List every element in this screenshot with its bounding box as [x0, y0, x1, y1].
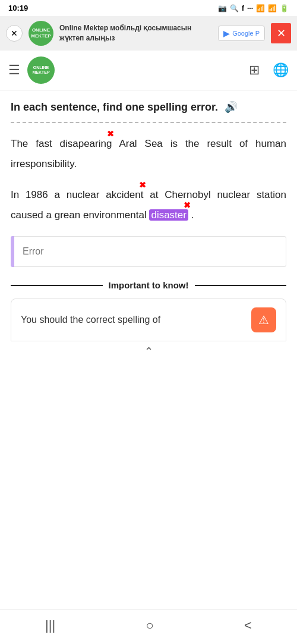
sentence-1-disapearing: disapearing [60, 138, 112, 149]
sentence-2: In 1986 a nuclear ✖ akcident at Chernoby… [11, 185, 286, 225]
globe-icon[interactable]: 🌐 [273, 62, 289, 78]
nav-bar: ☰ ONLINE MEKTEP ⊞ 🌐 [0, 51, 297, 90]
list-icon[interactable]: ⊞ [249, 62, 260, 78]
main-content: In each sentence, find one spelling erro… [0, 90, 297, 369]
google-play-icon: ▶ [223, 29, 230, 38]
banner-x-button[interactable]: ✕ [271, 23, 291, 43]
facebook-icon: f [242, 4, 244, 12]
nav-logo-text: ONLINE MEKTEP [32, 65, 49, 76]
search-status-icon: 🔍 [230, 4, 239, 12]
sentence-1-word-the: The [11, 138, 36, 149]
menu-icon[interactable]: ☰ [8, 62, 20, 78]
sentence-1: The fast ✖ disapearing Aral Sea is the r… [11, 134, 286, 174]
banner-logo: ONLINE MEKTEP [29, 21, 53, 46]
x-icon: ✕ [277, 27, 286, 40]
sentence-2-period: . [191, 209, 194, 221]
battery-icon: 🔋 [280, 4, 289, 12]
google-play-button[interactable]: ▶ Google P [218, 26, 265, 41]
warning-button[interactable]: ⚠ [251, 307, 276, 332]
tooltip-bar: You should the correct spelling of ⚠ [11, 299, 286, 341]
sentence-1-word-fast: fast [36, 138, 59, 149]
banner-logo-text: ONLINE MEKTEP [31, 27, 50, 39]
wifi-icon: 📶 [256, 4, 265, 12]
error-input-container [11, 236, 286, 267]
important-section: Important to know! [11, 279, 286, 291]
important-text: Important to know! [109, 279, 189, 291]
sentence-2-in: In 1986 a nuclear [11, 189, 106, 200]
sentence-2-akcident: akcident [106, 189, 143, 200]
error-x-3: ✖ [184, 197, 191, 213]
banner-description: Online Mektep мобільді қосымшасын жүктеп… [59, 23, 212, 43]
camera-icon: 📷 [218, 4, 227, 12]
close-icon: ✕ [11, 29, 18, 38]
sentence-2-error-word: ✖ akcident [106, 185, 143, 205]
sentence-2-highlight-word: disaster [149, 209, 188, 221]
tooltip-text: You should the correct spelling of [21, 315, 244, 325]
status-icons: 📷 🔍 f ··· 📶 📶 🔋 [218, 4, 289, 12]
error-x-2: ✖ [139, 177, 146, 193]
divider [11, 122, 286, 123]
more-icon: ··· [247, 4, 253, 12]
status-time: 10:19 [8, 4, 28, 12]
sentence-1-error-word: ✖ disapearing [60, 134, 112, 154]
nav-logo[interactable]: ONLINE MEKTEP [27, 56, 55, 84]
home-button[interactable]: ○ [134, 615, 165, 636]
sentence-2-highlight-container: ✖ disaster [149, 205, 188, 225]
signal-icon: 📶 [268, 4, 277, 12]
warning-icon: ⚠ [258, 313, 269, 327]
banner-close-button[interactable]: ✕ [6, 25, 23, 42]
google-play-label: Google P [232, 30, 260, 37]
bottom-nav: ||| ○ < [0, 609, 297, 644]
important-line-right [195, 285, 287, 286]
speaker-icon[interactable]: 🔊 [225, 100, 238, 115]
back-button[interactable]: ||| [33, 615, 67, 636]
error-input[interactable] [14, 236, 286, 267]
chevron-up-icon[interactable]: ⌃ [11, 341, 286, 359]
app-banner: ✕ ONLINE MEKTEP Online Mektep мобільді қ… [0, 16, 297, 51]
important-line-left [11, 285, 103, 286]
status-bar: 10:19 📷 🔍 f ··· 📶 📶 🔋 [0, 0, 297, 16]
sentence-1-aral: Aral Sea is the [119, 138, 207, 149]
forward-button[interactable]: < [232, 615, 264, 636]
instruction-title: In each sentence, find one spelling erro… [11, 100, 286, 115]
error-x-1: ✖ [107, 125, 114, 142]
